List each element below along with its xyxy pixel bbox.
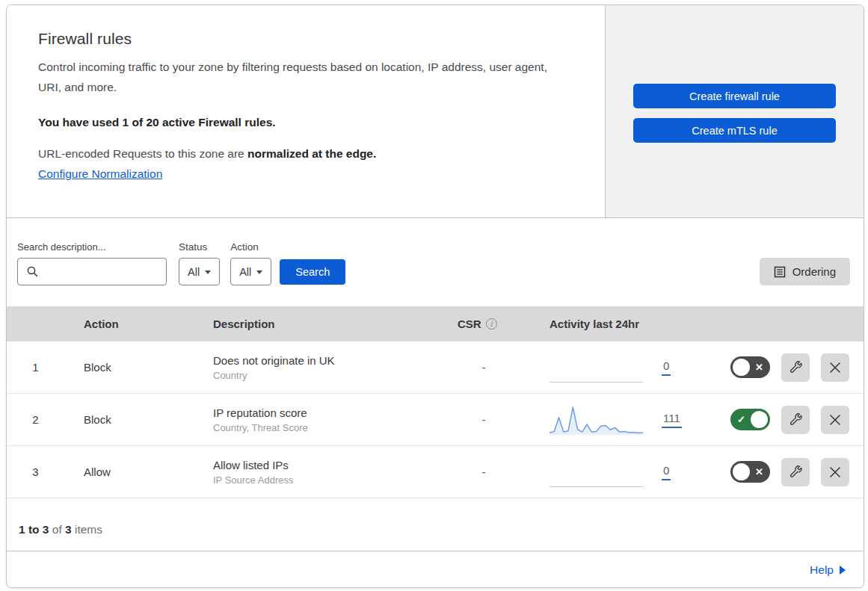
rule-enabled-toggle[interactable]: ✓	[730, 409, 770, 430]
list-document-icon	[774, 266, 786, 278]
rule-description-cell: Allow listed IPs IP Source Address	[207, 459, 450, 486]
page-title: Firewall rules	[38, 30, 573, 48]
header-section: Firewall rules Control incoming traffic …	[7, 5, 864, 218]
create-mtls-rule-button[interactable]: Create mTLS rule	[633, 118, 836, 143]
page-description: Control incoming traffic to your zone by…	[38, 58, 573, 97]
rule-action: Allow	[78, 465, 207, 478]
action-filter-group: Action All	[230, 241, 271, 285]
toggle-state-icon: ✓	[737, 415, 745, 424]
filter-bar: Search description... Status All Action …	[7, 218, 864, 306]
rule-description: IP reputation score	[213, 406, 450, 419]
rule-number: 2	[7, 413, 78, 426]
items-total: 3	[65, 523, 72, 536]
rule-fields: IP Source Address	[213, 474, 450, 486]
usage-summary: You have used 1 of 20 active Firewall ru…	[38, 116, 573, 129]
pagination-summary: 1 to 3 of 3 items	[7, 498, 864, 551]
activity-count-link[interactable]: 0	[662, 359, 671, 376]
column-activity: Activity last 24hr	[528, 318, 689, 330]
ordering-label: Ordering	[792, 265, 836, 278]
rule-description-cell: IP reputation score Country, Threat Scor…	[207, 406, 450, 433]
activity-count-link[interactable]: 111	[662, 412, 682, 428]
rule-activity-cell: 111	[528, 404, 689, 436]
chevron-down-icon	[205, 270, 211, 274]
wrench-icon	[788, 359, 804, 375]
firewall-rules-card: Firewall rules Control incoming traffic …	[6, 4, 864, 588]
rule-controls: ✓	[689, 406, 864, 434]
table-row: 1 Block Does not originate in UK Country…	[7, 341, 864, 394]
rule-csr-value: -	[450, 465, 528, 478]
toggle-knob	[751, 411, 768, 428]
edit-rule-button[interactable]	[781, 406, 810, 434]
ordering-button[interactable]: Ordering	[760, 258, 850, 285]
toggle-knob	[733, 359, 750, 376]
search-box	[17, 258, 167, 285]
normalization-prefix: URL-encoded Requests to this zone are	[38, 147, 247, 160]
header-text-panel: Firewall rules Control incoming traffic …	[7, 5, 606, 217]
rule-number: 1	[7, 361, 78, 374]
wrench-icon	[788, 464, 804, 480]
action-label: Action	[230, 241, 271, 253]
delete-rule-button[interactable]	[821, 458, 849, 486]
status-value: All	[188, 266, 200, 278]
normalization-note: URL-encoded Requests to this zone are no…	[38, 147, 573, 161]
toggle-state-icon: ✕	[755, 362, 763, 372]
info-icon[interactable]: i	[486, 318, 497, 329]
activity-flat-line	[550, 486, 643, 487]
rule-enabled-toggle[interactable]: ✕	[730, 356, 770, 378]
items-suffix: items	[72, 523, 102, 536]
help-label: Help	[810, 563, 834, 577]
items-of: of	[49, 523, 65, 536]
normalization-bold: normalized at the edge.	[247, 147, 376, 160]
status-filter-group: Status All	[179, 241, 220, 285]
action-value: All	[239, 266, 251, 278]
search-button[interactable]: Search	[280, 259, 345, 285]
edit-rule-button[interactable]	[781, 353, 810, 382]
create-firewall-rule-button[interactable]: Create firewall rule	[633, 84, 836, 108]
table-row: 3 Allow Allow listed IPs IP Source Addre…	[7, 446, 864, 498]
edit-rule-button[interactable]	[781, 458, 810, 486]
help-row: Help	[7, 551, 864, 588]
status-label: Status	[179, 241, 220, 253]
search-input[interactable]	[39, 266, 166, 278]
table-header: Action Description CSR i Activity last 2…	[7, 306, 864, 341]
toggle-state-icon: ✕	[755, 467, 763, 477]
rule-csr-value: -	[450, 413, 528, 426]
toggle-knob	[733, 463, 750, 480]
help-link[interactable]: Help	[810, 563, 846, 577]
table-row: 2 Block IP reputation score Country, Thr…	[7, 394, 864, 446]
rule-fields: Country	[213, 370, 450, 381]
csr-label: CSR	[458, 318, 481, 330]
rule-number: 3	[7, 465, 78, 478]
wrench-icon	[788, 412, 804, 427]
column-csr: CSR i	[450, 318, 528, 330]
rule-description-cell: Does not originate in UK Country	[207, 354, 450, 381]
configure-normalization-link[interactable]: Configure Normalization	[38, 167, 162, 181]
activity-sparkline	[550, 352, 643, 383]
rule-enabled-toggle[interactable]: ✕	[730, 461, 770, 483]
rule-controls: ✕	[689, 458, 864, 486]
delete-rule-button[interactable]	[821, 353, 849, 382]
rule-controls: ✕	[689, 353, 864, 382]
rule-action: Block	[78, 361, 207, 374]
activity-flat-line	[550, 382, 643, 383]
close-icon	[828, 465, 842, 479]
status-dropdown[interactable]: All	[179, 258, 220, 285]
rule-activity-cell: 0	[528, 352, 689, 383]
chevron-down-icon	[256, 270, 262, 274]
arrow-right-icon	[840, 566, 846, 575]
delete-rule-button[interactable]	[821, 406, 849, 434]
activity-sparkline	[550, 404, 643, 436]
rule-description: Allow listed IPs	[213, 459, 450, 471]
rule-fields: Country, Threat Score	[213, 422, 450, 433]
close-icon	[828, 361, 842, 374]
rule-description: Does not originate in UK	[213, 354, 450, 367]
rule-csr-value: -	[450, 361, 528, 374]
activity-count-link[interactable]: 0	[662, 464, 671, 480]
column-description: Description	[207, 318, 450, 330]
search-label: Search description...	[17, 241, 167, 253]
rule-activity-cell: 0	[528, 457, 689, 488]
action-dropdown[interactable]: All	[230, 258, 271, 285]
table-body: 1 Block Does not originate in UK Country…	[7, 341, 864, 498]
search-icon	[26, 265, 39, 278]
column-action: Action	[78, 318, 207, 330]
